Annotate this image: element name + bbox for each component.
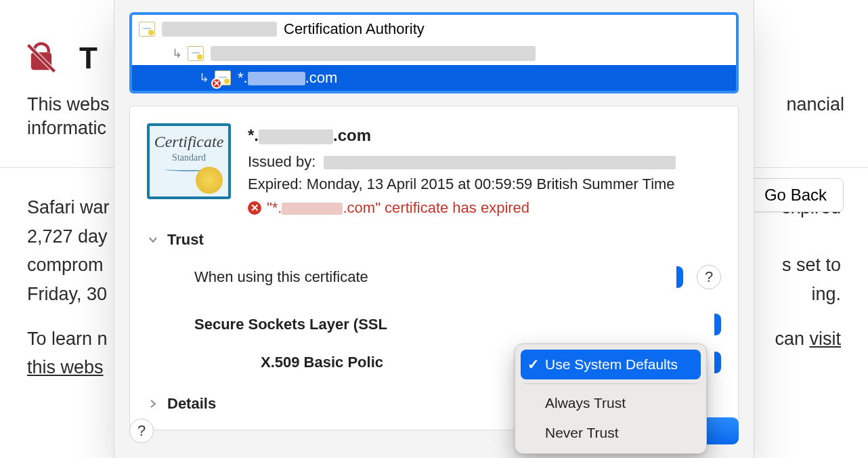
issued-by-row: Issued by: — [248, 150, 721, 173]
trust-select-x509[interactable] — [714, 352, 721, 373]
body-frag: comprom — [27, 255, 104, 275]
redacted-text — [248, 72, 305, 85]
body-frag: s set to — [782, 253, 841, 277]
tree-arrow-icon: ↳ — [158, 46, 181, 61]
certificate-title: *. .com — [248, 123, 721, 148]
leaf-suffix: .com — [305, 69, 338, 86]
chain-row-intermediate[interactable]: ↳ — [132, 42, 736, 65]
chain-row-leaf-selected[interactable]: ↳ ✕ *. .com — [132, 65, 736, 91]
dropdown-separator — [523, 383, 698, 384]
title-suffix: .com — [333, 126, 371, 144]
body-frag: Safari war — [27, 197, 110, 217]
redacted-text — [282, 203, 343, 215]
dropdown-option-never-trust[interactable]: Never Trust — [521, 418, 701, 448]
lead-frag3: informatic — [27, 118, 106, 138]
insecure-lock-icon — [24, 41, 59, 76]
visit-link[interactable]: visit — [810, 329, 842, 349]
lead-frag2: nancial — [786, 93, 844, 117]
this-website-link[interactable]: this webs — [27, 357, 104, 377]
chain-row-root[interactable]: Certification Authority — [132, 16, 736, 42]
trust-section-toggle[interactable]: Trust — [147, 231, 721, 249]
certificate-chain[interactable]: Certification Authority ↳ ↳ ✕ *. .com — [129, 12, 739, 93]
trust-x509-label: X.509 Basic Polic — [261, 354, 383, 371]
tree-arrow-icon: ↳ — [185, 70, 208, 85]
expired-row: Expired: Monday, 13 April 2015 at 00:59:… — [248, 173, 721, 195]
detail-info: *. .com Issued by: Expired: Monday, 13 A… — [248, 123, 721, 219]
go-back-wrap: Go Back — [747, 178, 844, 212]
error-badge-icon: ✕ — [248, 201, 261, 215]
trust-select-ssl[interactable] — [714, 314, 721, 335]
details-section-label: Details — [167, 395, 216, 413]
certificate-icon — [188, 46, 204, 61]
go-back-button[interactable]: Go Back — [747, 178, 844, 212]
trust-section-label: Trust — [167, 231, 204, 249]
trust-row-when-using: When using this certificate ? — [194, 258, 721, 296]
body-frag: ing. — [811, 282, 841, 306]
cert-art-word: Certificate — [154, 133, 224, 151]
certificate-detail-pane: Certificate Standard *. .com Issued by: … — [129, 106, 739, 430]
title-prefix: *. — [248, 126, 259, 144]
expired-warning: ✕ "*. .com" certificate has expired — [248, 196, 721, 219]
issued-by-label: Issued by: — [248, 153, 316, 170]
trust-row-ssl: Secure Sockets Layer (SSL — [194, 306, 721, 344]
seal-icon — [196, 167, 223, 194]
trust-help-button[interactable]: ? — [697, 265, 721, 289]
lead-frag1: This webs — [27, 94, 110, 114]
warn-suffix: .com" certificate has expired — [343, 199, 529, 216]
expired-label: Expired: — [248, 175, 303, 192]
page-title: T — [79, 41, 97, 75]
leaf-prefix: *. — [238, 69, 248, 86]
certificate-error-icon: ✕ — [215, 70, 231, 85]
dropdown-option-always-trust[interactable]: Always Trust — [521, 388, 701, 418]
certificate-dialog: Certification Authority ↳ ↳ ✕ *. .com Ce… — [114, 0, 754, 458]
redacted-text — [324, 156, 676, 169]
trust-select-when[interactable] — [676, 266, 683, 288]
body-frag: Friday, 30 — [27, 284, 107, 304]
dropdown-option-use-system-defaults[interactable]: Use System Defaults — [521, 350, 701, 379]
trust-when-label: When using this certificate — [194, 268, 368, 286]
chain-root-label: Certification Authority — [284, 20, 425, 38]
certificate-large-icon: Certificate Standard — [147, 123, 231, 199]
learn-frag: can — [775, 329, 809, 349]
body-frag: 2,727 day — [27, 226, 108, 247]
trust-ssl-label: Secure Sockets Layer (SSL — [194, 316, 387, 333]
warn-prefix: "*. — [267, 199, 282, 216]
error-badge-icon: ✕ — [211, 78, 222, 89]
redacted-text — [162, 22, 277, 37]
dialog-help-button[interactable]: ? — [129, 419, 154, 443]
expired-value: Monday, 13 April 2015 at 00:59:59 Britis… — [307, 175, 675, 192]
redacted-text — [211, 46, 536, 61]
cert-art-sub: Standard — [172, 152, 206, 163]
detail-header: Certificate Standard *. .com Issued by: … — [147, 123, 721, 219]
learn-frag: To learn n — [27, 329, 108, 349]
chevron-down-icon — [147, 234, 159, 246]
chevron-right-icon — [147, 398, 159, 410]
certificate-icon — [139, 22, 155, 37]
trust-dropdown-menu: Use System Defaults Always Trust Never T… — [515, 344, 707, 454]
redacted-text — [259, 129, 333, 144]
